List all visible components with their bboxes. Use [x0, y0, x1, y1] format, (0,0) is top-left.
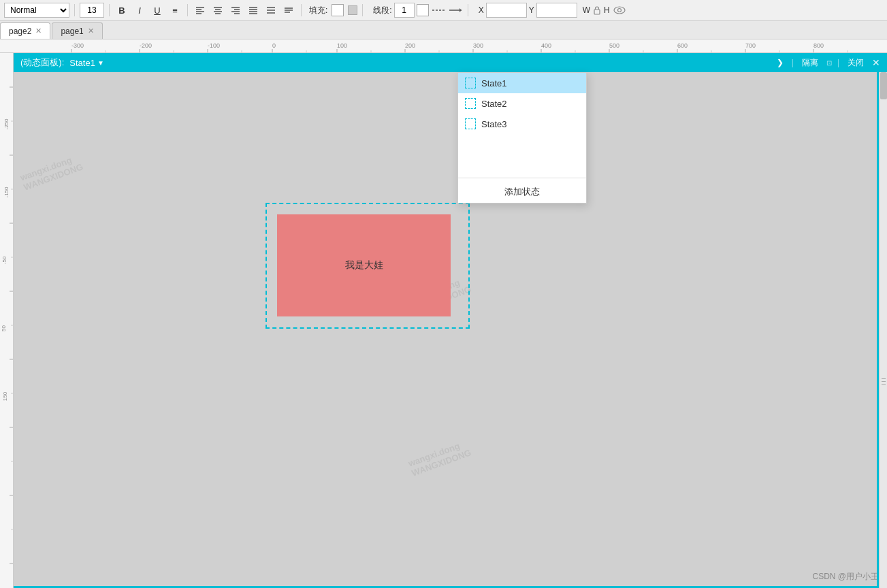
- svg-point-27: [617, 9, 621, 12]
- isolate-button[interactable]: 隔离: [799, 56, 821, 70]
- dynamic-panel-inner: 我是大娃: [277, 214, 451, 316]
- x-label: X: [479, 5, 484, 15]
- scroll-handle-line: [882, 378, 886, 379]
- stroke-value-input[interactable]: [394, 3, 415, 18]
- expand-button[interactable]: ❯: [774, 56, 786, 69]
- tab-page2[interactable]: page2 ✕: [0, 22, 50, 39]
- tab-page2-close[interactable]: ✕: [35, 27, 42, 35]
- tab-page1[interactable]: page1 ✕: [52, 22, 102, 39]
- watermark-3: wangxi.dongWANGXIDONG: [407, 438, 472, 478]
- font-size-input[interactable]: [80, 3, 104, 18]
- close-button[interactable]: 关闭: [845, 56, 867, 70]
- bold-button[interactable]: B: [114, 3, 129, 18]
- ruler-left: -250 -150 -50 50 150: [0, 53, 14, 588]
- state1-label: State1: [481, 78, 507, 88]
- ruler-tick: 400: [541, 42, 551, 49]
- ruler-top: -300 -200 -100 0 100 200 300 400 500 600…: [0, 39, 887, 53]
- ruler-tick: 800: [813, 42, 824, 49]
- stroke-ends-icon: [449, 5, 462, 15]
- bar-separator: |: [792, 58, 794, 67]
- stroke-style-button[interactable]: [431, 3, 446, 18]
- ruler-tick: 100: [337, 42, 347, 49]
- ruler-tick: -200: [140, 42, 152, 49]
- dynamic-bar-actions: ❯ | 隔离 ⊡ | 关闭 ✕: [774, 56, 880, 70]
- toolbar-divider-4: [301, 4, 302, 16]
- h-label: H: [604, 5, 610, 15]
- tab-page1-close[interactable]: ✕: [88, 27, 94, 35]
- canvas-area[interactable]: (动态面板): State1 ▼ ❯ | 隔离 ⊡ | 关闭 ✕ wangxi.…: [14, 53, 887, 588]
- isolate-icon: ⊡: [826, 59, 832, 67]
- align-right-icon: [231, 5, 240, 15]
- stroke-color-box[interactable]: [417, 4, 429, 16]
- state-item-state1[interactable]: State1: [458, 73, 586, 93]
- italic-button[interactable]: I: [132, 3, 147, 18]
- lock-icon-wrap: [592, 5, 602, 15]
- ruler-left-tick: 50: [1, 325, 7, 331]
- stroke-ends-button[interactable]: [448, 3, 463, 18]
- add-state-button[interactable]: 添加状态: [458, 181, 586, 203]
- ruler-tick: 300: [473, 42, 483, 49]
- list-button[interactable]: ≡: [167, 3, 182, 18]
- toolbar-divider-3: [187, 4, 188, 16]
- eye-button[interactable]: [612, 3, 627, 18]
- ruler-tick: 700: [745, 42, 756, 49]
- x-coord-section: X Y: [479, 3, 577, 18]
- justify-button[interactable]: [246, 3, 261, 18]
- toolbar-divider-2: [109, 4, 110, 16]
- underline-button[interactable]: U: [150, 3, 165, 18]
- toolbar: Normal B I U ≡ 填充: 线段: X: [0, 0, 887, 21]
- x-input[interactable]: [486, 3, 527, 18]
- state3-icon: [465, 118, 476, 129]
- dropdown-arrow-icon: ▼: [97, 59, 104, 67]
- svg-rect-25: [594, 10, 600, 14]
- fill-color-box2[interactable]: [348, 5, 357, 15]
- y-input[interactable]: [536, 3, 577, 18]
- fill-label: 填充:: [309, 5, 327, 16]
- more-format-icon: [284, 5, 293, 15]
- credit-text: CSDN @用户小王: [812, 571, 879, 583]
- scrollbar-thumb[interactable]: [880, 72, 887, 99]
- bar-separator2: |: [837, 58, 839, 67]
- ruler-tick: -100: [208, 42, 220, 49]
- stroke-style-icon: [432, 5, 445, 15]
- align-center-icon: [213, 5, 223, 15]
- ruler-left-lines: [0, 53, 14, 588]
- w-label: W: [583, 5, 590, 15]
- dynamic-bar-state[interactable]: State1 ▼: [69, 58, 104, 68]
- ruler-left-tick: 150: [2, 392, 8, 401]
- dim-section: W H: [583, 3, 627, 18]
- ruler-tick: -300: [71, 42, 84, 49]
- dynamic-bar-title: (动态面板):: [20, 56, 64, 69]
- ruler-left-tick: -150: [3, 186, 10, 197]
- style-select[interactable]: Normal: [4, 3, 69, 18]
- align-left-icon: [195, 5, 205, 15]
- state-item-state3[interactable]: State3: [458, 114, 586, 134]
- scroll-handle-line: [882, 381, 886, 382]
- ruler-tick: 0: [272, 42, 276, 49]
- toolbar-divider-1: [74, 4, 75, 16]
- close-x-icon[interactable]: ✕: [872, 57, 880, 68]
- eye-icon: [613, 5, 626, 15]
- main-area: -250 -150 -50 50 150 (动态面板): State1 ▼ ❯ …: [0, 53, 887, 588]
- tab-page1-label: page1: [61, 27, 83, 36]
- more-format-button[interactable]: [281, 3, 296, 18]
- ruler-tick: 500: [609, 42, 619, 49]
- dynamic-panel-bar: (动态面板): State1 ▼ ❯ | 隔离 ⊡ | 关闭 ✕: [14, 53, 887, 72]
- state1-icon: [465, 78, 476, 88]
- dynamic-panel-widget[interactable]: 我是大娃: [265, 203, 470, 329]
- align-center-button[interactable]: [210, 3, 225, 18]
- dynamic-panel-text: 我是大娃: [345, 259, 383, 272]
- fill-color-box[interactable]: [332, 4, 344, 16]
- text-spacing-icon: [266, 5, 276, 15]
- state-item-state2[interactable]: State2: [458, 93, 586, 114]
- ruler-tick: 200: [405, 42, 415, 49]
- text-spacing-button[interactable]: [263, 3, 278, 18]
- align-left-button[interactable]: [193, 3, 208, 18]
- toolbar-divider-5: [362, 4, 363, 16]
- watermark-1: wangxi.dongWANGXIDONG: [19, 152, 84, 193]
- scroll-handle: [882, 378, 886, 385]
- vertical-scrollbar[interactable]: [879, 72, 887, 588]
- align-right-button[interactable]: [228, 3, 243, 18]
- ruler-left-tick: -250: [3, 118, 10, 129]
- lock-icon: [592, 5, 602, 15]
